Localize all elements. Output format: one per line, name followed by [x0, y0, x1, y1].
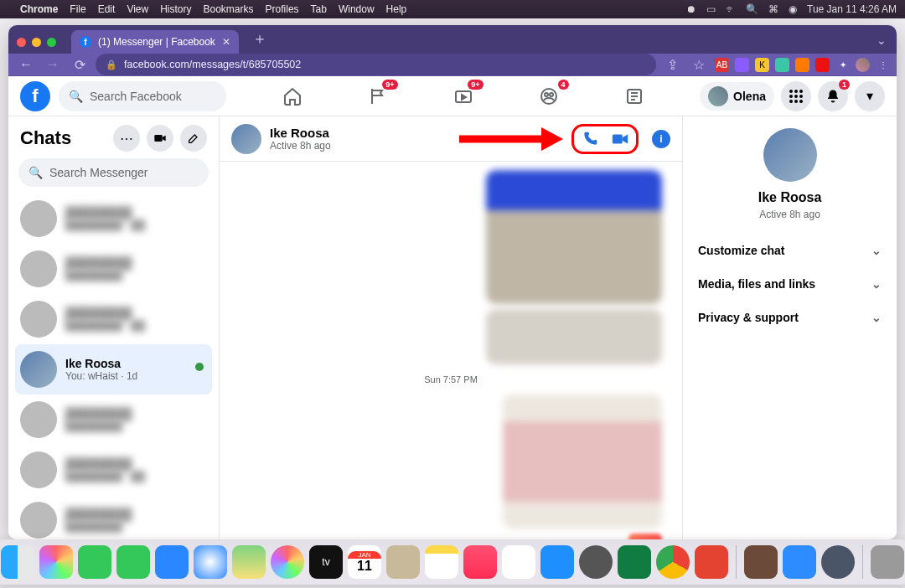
wifi-icon[interactable]: ᯤ — [726, 3, 736, 15]
extension-icon[interactable] — [795, 58, 809, 72]
conversation-info-button[interactable]: i — [652, 130, 670, 148]
new-room-button[interactable] — [147, 125, 173, 152]
menubar-clock[interactable]: Tue Jan 11 4:26 AM — [807, 3, 897, 15]
control-center-icon[interactable]: ⌘ — [768, 3, 778, 15]
dock-finder-icon[interactable] — [1, 545, 34, 579]
forward-button[interactable]: → — [42, 57, 64, 72]
dock-chrome-icon[interactable] — [656, 545, 690, 579]
chat-list-item[interactable]: ████████████████ · ██ — [15, 193, 212, 244]
chat-list-item[interactable]: ████████████████ · ██ — [15, 294, 212, 344]
dock-photos-icon[interactable] — [271, 545, 304, 579]
dock-mail-icon[interactable] — [155, 545, 189, 579]
message-image[interactable] — [503, 395, 662, 529]
nav-home-icon[interactable] — [279, 83, 306, 110]
battery-icon[interactable]: ▭ — [706, 3, 716, 15]
address-bar[interactable]: 🔒 facebook.com/messages/t/685705502 — [96, 54, 656, 75]
privacy-support-row[interactable]: Privacy & support⌄ — [691, 302, 888, 333]
back-button[interactable]: ← — [15, 57, 37, 72]
extension-icon[interactable]: K — [755, 58, 769, 72]
dock-appstore-icon[interactable] — [540, 545, 574, 579]
siri-icon[interactable]: ◉ — [789, 3, 797, 15]
dock-appletv-icon[interactable]: tv — [309, 545, 343, 579]
info-avatar[interactable] — [763, 128, 817, 182]
extension-icon[interactable] — [735, 58, 749, 72]
fb-search-input[interactable]: 🔍 Search Facebook — [59, 81, 226, 111]
fullscreen-window-button[interactable] — [47, 38, 56, 47]
profile-pill[interactable]: Olena — [700, 82, 774, 111]
new-message-button[interactable] — [180, 125, 207, 152]
minimize-window-button[interactable] — [32, 38, 41, 47]
dock-calendar-icon[interactable]: JAN11 — [348, 545, 381, 579]
menu-file[interactable]: File — [70, 3, 85, 15]
menubar-app[interactable]: Chrome — [20, 3, 58, 15]
extension-icon[interactable]: AB — [715, 58, 729, 72]
conversation-avatar[interactable] — [231, 124, 261, 154]
chrome-menu-icon[interactable]: ⋮ — [876, 58, 890, 72]
menu-profiles[interactable]: Profiles — [266, 3, 299, 15]
record-icon[interactable]: ⏺ — [686, 3, 696, 15]
notifications-button[interactable]: 1 — [818, 81, 848, 111]
dock-zoom-icon[interactable] — [783, 545, 816, 579]
media-files-row[interactable]: Media, files and links⌄ — [691, 269, 888, 299]
bookmark-star-icon[interactable]: ☆ — [688, 57, 710, 73]
tab-close-icon[interactable]: ✕ — [222, 36, 230, 48]
dock-messages-icon[interactable] — [78, 545, 111, 579]
dock-trash-icon[interactable] — [871, 545, 904, 579]
chat-list-item[interactable]: ████████████████ · ██ — [15, 445, 212, 495]
chat-list-item[interactable]: ████████████████ — [15, 495, 212, 539]
chat-list-item[interactable]: ████████████████ — [15, 244, 212, 294]
browser-tab[interactable]: f (1) Messenger | Facebook ✕ — [71, 30, 239, 54]
dock-excel-icon[interactable] — [618, 545, 651, 579]
chats-options-button[interactable]: ⋯ — [113, 125, 140, 152]
menu-edit[interactable]: Edit — [98, 3, 116, 15]
dock-quicktime-icon[interactable] — [821, 545, 855, 579]
dock-contacts-icon[interactable] — [386, 545, 420, 579]
dock-launchpad-icon[interactable] — [39, 545, 73, 579]
chat-list-item[interactable]: ████████████████ — [15, 395, 212, 445]
message-image[interactable] — [486, 170, 662, 304]
nav-pages-icon[interactable]: 9+ — [365, 83, 391, 110]
menu-bookmarks[interactable]: Bookmarks — [204, 3, 254, 15]
account-dropdown-button[interactable]: ▾ — [855, 81, 885, 111]
video-call-button[interactable] — [611, 130, 629, 148]
dock-maps-icon[interactable] — [232, 545, 266, 579]
close-window-button[interactable] — [17, 38, 26, 47]
svg-point-12 — [794, 100, 798, 103]
nav-groups-icon[interactable]: 4 — [535, 83, 562, 110]
menu-window[interactable]: Window — [339, 3, 375, 15]
tab-overflow-button[interactable]: ⌄ — [866, 34, 897, 54]
menu-history[interactable]: History — [160, 3, 191, 15]
dock-todoist-icon[interactable] — [695, 545, 728, 579]
customize-chat-row[interactable]: Customize chat⌄ — [691, 235, 888, 266]
share-button[interactable]: ⇪ — [661, 57, 683, 73]
dock-slack-icon[interactable] — [502, 545, 535, 579]
audio-call-button[interactable] — [581, 130, 599, 148]
message-image[interactable] — [486, 309, 662, 364]
extension-icon[interactable] — [815, 58, 830, 72]
dock-facetime-icon[interactable] — [116, 545, 150, 579]
new-tab-button[interactable]: ＋ — [246, 28, 274, 54]
dock-notes-icon[interactable] — [425, 545, 458, 579]
messenger-search-input[interactable]: 🔍 Search Messenger — [18, 158, 209, 187]
messages-area[interactable]: Sun 7:57 PM — [220, 162, 682, 539]
menu-grid-button[interactable] — [781, 81, 811, 111]
dock-safari-icon[interactable] — [194, 545, 227, 579]
dock-music-icon[interactable] — [463, 545, 497, 579]
menu-view[interactable]: View — [127, 3, 148, 15]
menu-help[interactable]: Help — [386, 3, 407, 15]
dock-app-icon[interactable] — [744, 545, 778, 579]
reload-button[interactable]: ⟳ — [69, 57, 90, 73]
profile-avatar-icon[interactable] — [856, 58, 870, 72]
conversation-name[interactable]: Ike Roosa — [270, 126, 331, 140]
nav-news-icon[interactable] — [621, 83, 648, 110]
chat-list-item[interactable]: Ike RoosaYou: wHaist · 1d — [15, 344, 212, 395]
menu-tab[interactable]: Tab — [311, 3, 327, 15]
spotlight-icon[interactable]: 🔍 — [746, 3, 758, 15]
nav-watch-icon[interactable]: 9+ — [450, 83, 477, 110]
message-reaction[interactable] — [628, 534, 662, 539]
extensions-menu-icon[interactable]: ✦ — [835, 58, 850, 72]
extension-icon[interactable] — [775, 58, 789, 72]
dock-settings-icon[interactable] — [579, 545, 613, 579]
facebook-logo-icon[interactable]: f — [20, 81, 50, 111]
info-name[interactable]: Ike Roosa — [758, 190, 822, 205]
